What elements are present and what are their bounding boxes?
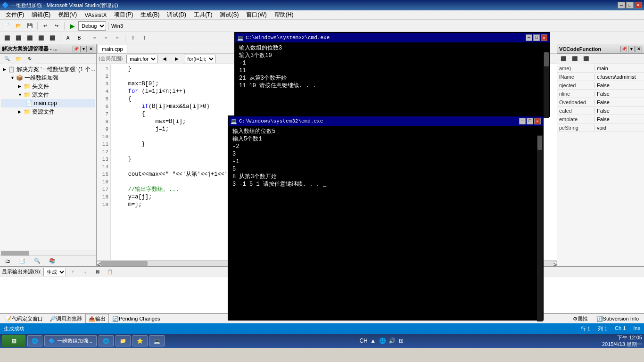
hscroll-right[interactable]: > bbox=[553, 261, 557, 266]
horizontal-scrollbar[interactable] bbox=[0, 250, 96, 255]
subversion-tab[interactable]: 🔃 Subversion Info bbox=[593, 314, 642, 323]
save-button[interactable]: 💾 bbox=[25, 21, 35, 31]
cmd1-close[interactable]: ✕ bbox=[541, 34, 547, 41]
tray-misc-icon[interactable]: ⊞ bbox=[397, 337, 405, 345]
output-tb-btn1[interactable]: ↑ bbox=[68, 267, 78, 277]
menu-project[interactable]: 项目(P) bbox=[110, 10, 137, 20]
cmd1-scrollthumb[interactable] bbox=[544, 52, 549, 66]
taskbar-item5[interactable]: ⭐ bbox=[132, 335, 148, 346]
output-tb-btn2[interactable]: ↓ bbox=[80, 267, 91, 277]
se-btn1[interactable]: 🔍 bbox=[2, 54, 12, 64]
props-tb-btn2[interactable]: ⬛ bbox=[570, 54, 580, 64]
cmd1-minimize[interactable]: ─ bbox=[526, 34, 532, 41]
output-source-select[interactable]: 生成 bbox=[43, 268, 66, 276]
props-pin-btn[interactable]: 📌 bbox=[620, 46, 627, 52]
call-browser-tab[interactable]: 🔎 调用浏览器 bbox=[46, 314, 85, 323]
taskbar-vs-item[interactable]: 🔷 一维数组加强... bbox=[44, 335, 97, 346]
tb2-btn12[interactable]: T bbox=[139, 33, 149, 43]
solution-node[interactable]: ▶ 📋 解决方案 '一维数组加强' (1 个... bbox=[1, 65, 95, 74]
cmd2-scrollbar[interactable] bbox=[537, 135, 543, 321]
output-tab[interactable]: 📤 输出 bbox=[85, 314, 109, 323]
hscroll-thumb[interactable] bbox=[100, 261, 148, 266]
layer-tab[interactable]: 📑 bbox=[16, 256, 29, 266]
minimize-button[interactable]: ─ bbox=[618, 2, 625, 8]
tb2-btn1[interactable]: ⬛ bbox=[2, 33, 12, 43]
editor-tab-maincpp[interactable]: main.cpp bbox=[98, 45, 127, 53]
cmd2-maximize[interactable]: □ bbox=[527, 118, 533, 124]
tray-arrow-icon[interactable]: ▲ bbox=[369, 337, 377, 345]
tb2-btn6[interactable]: A bbox=[63, 33, 73, 43]
code-def-tab[interactable]: 📝 代码定义窗口 bbox=[2, 314, 46, 323]
menu-debug[interactable]: 调试(D) bbox=[163, 10, 190, 20]
resource-tab[interactable]: 📚 bbox=[46, 256, 59, 266]
output-tb-btn4[interactable]: 📋 bbox=[105, 267, 115, 277]
redo-button[interactable]: ↪ bbox=[51, 21, 62, 31]
scope-dropdown[interactable]: for(i=1;i; bbox=[184, 55, 215, 63]
menu-file[interactable]: 文件(F) bbox=[2, 10, 28, 20]
undo-button[interactable]: ↩ bbox=[40, 21, 50, 31]
pending-tab[interactable]: 🔄 Pending Changes bbox=[109, 314, 163, 323]
taskbar-item3[interactable]: 🌐 bbox=[99, 335, 114, 346]
cmd2-minimize[interactable]: ─ bbox=[519, 118, 526, 124]
close-button[interactable]: ✕ bbox=[635, 2, 642, 8]
cmd1-maximize[interactable]: □ bbox=[533, 34, 540, 41]
props-tb-btn3[interactable]: ⬛ bbox=[581, 54, 591, 64]
se-btn2[interactable]: 📁 bbox=[13, 54, 24, 64]
project-node[interactable]: ▼ 📦 一维数组加强 bbox=[1, 74, 95, 82]
new-file-button[interactable]: 📄 bbox=[2, 21, 12, 31]
cmd2-scrollthumb[interactable] bbox=[537, 136, 542, 150]
tb2-btn5[interactable]: ⬛ bbox=[47, 33, 58, 43]
menu-window[interactable]: 窗口(W) bbox=[242, 10, 270, 20]
open-button[interactable]: 📂 bbox=[13, 21, 24, 31]
maincpp-file[interactable]: 📄 main.cpp bbox=[1, 99, 95, 107]
menu-tools[interactable]: 工具(T) bbox=[190, 10, 216, 20]
panel-close-button[interactable]: ✕ bbox=[88, 46, 94, 52]
properties-tab[interactable]: ⚙ 属性 bbox=[570, 314, 591, 323]
nav-prev-button[interactable]: ◀ bbox=[159, 54, 170, 64]
tray-speaker-icon[interactable]: 🔊 bbox=[388, 337, 396, 345]
se-btn3[interactable]: ↻ bbox=[25, 54, 35, 64]
headers-folder[interactable]: ▶ 📁 头文件 bbox=[1, 82, 95, 90]
menu-edit[interactable]: 编辑(E) bbox=[28, 10, 54, 20]
nav-next-button[interactable]: ▶ bbox=[172, 54, 182, 64]
cmd2-close[interactable]: ✕ bbox=[534, 118, 541, 124]
cmd1-scrollbar[interactable] bbox=[544, 52, 549, 118]
restore-button[interactable]: □ bbox=[626, 2, 634, 8]
class-view-tab[interactable]: 🗂 bbox=[2, 256, 14, 266]
menu-vassistx[interactable]: VAssistX bbox=[81, 11, 110, 19]
file-dropdown[interactable]: main.for bbox=[126, 55, 157, 63]
tb2-btn7[interactable]: B bbox=[74, 33, 84, 43]
tray-ime-icon[interactable]: CH bbox=[360, 337, 367, 345]
taskbar-browser-item[interactable]: 🌐 bbox=[27, 335, 42, 346]
tray-network-icon[interactable]: 🌐 bbox=[379, 337, 386, 345]
menu-build[interactable]: 生成(B) bbox=[137, 10, 163, 20]
output-tb-btn3[interactable]: ⊠ bbox=[92, 267, 103, 277]
play-button[interactable]: ▶ bbox=[67, 21, 77, 31]
debug-mode-select[interactable]: Debug bbox=[78, 21, 106, 31]
menu-test[interactable]: 测试(S) bbox=[216, 10, 242, 20]
output-tab-label: 输出 bbox=[95, 315, 106, 322]
taskbar-item6[interactable]: 💻 bbox=[149, 335, 165, 346]
tb2-btn2[interactable]: ⬛ bbox=[13, 33, 24, 43]
scroll-thumb[interactable] bbox=[1, 251, 29, 255]
props-tb-btn1[interactable]: ⬛ bbox=[558, 54, 569, 64]
solution-tab[interactable]: 🔍 bbox=[31, 256, 44, 266]
tb2-btn11[interactable]: T bbox=[128, 33, 138, 43]
tb2-btn3[interactable]: ⬛ bbox=[25, 33, 35, 43]
prop-val-overloaded: False bbox=[595, 99, 644, 105]
menu-view[interactable]: 视图(V) bbox=[54, 10, 81, 20]
taskbar-item4[interactable]: 📁 bbox=[116, 335, 131, 346]
tb2-btn9[interactable]: ≡ bbox=[101, 33, 111, 43]
props-close-btn[interactable]: ✕ bbox=[636, 46, 642, 52]
resources-folder[interactable]: ▶ 📁 资源文件 bbox=[1, 107, 95, 116]
tb2-btn8[interactable]: ≡ bbox=[90, 33, 100, 43]
sources-folder[interactable]: ▼ 📁 源文件 bbox=[1, 90, 95, 99]
menu-help[interactable]: 帮助(H) bbox=[271, 10, 297, 20]
hscroll-left[interactable]: < bbox=[97, 261, 100, 266]
tb2-btn10[interactable]: ≡ bbox=[112, 33, 123, 43]
panel-arrow-button[interactable]: ▾ bbox=[80, 46, 87, 52]
tb2-btn4[interactable]: ⬛ bbox=[36, 33, 46, 43]
start-button[interactable]: ⊞ bbox=[2, 335, 25, 347]
props-arrow-btn[interactable]: ▾ bbox=[628, 46, 635, 52]
panel-pin-button[interactable]: 📌 bbox=[73, 46, 79, 52]
